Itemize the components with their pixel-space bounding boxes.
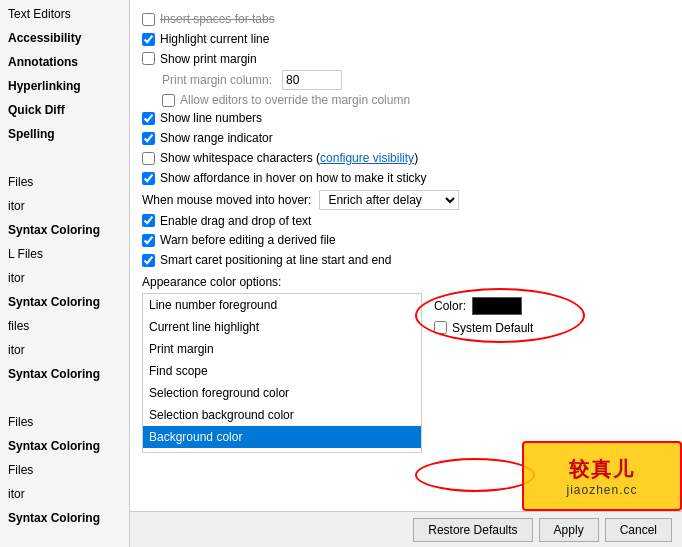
appearance-item-line-number[interactable]: Line number foreground (143, 294, 421, 316)
hover-select[interactable]: Enrich after delay Never Always Enrich i… (319, 190, 459, 210)
drag-drop-label: Enable drag and drop of text (160, 213, 311, 230)
warn-editing-checkbox[interactable] (142, 234, 155, 247)
drag-drop-checkbox[interactable] (142, 214, 155, 227)
sidebar-item-itor1[interactable]: itor (0, 194, 129, 218)
sidebar-item-syntax3[interactable]: Syntax Coloring (0, 362, 129, 386)
sidebar-item-annotations[interactable]: Annotations (0, 50, 129, 74)
print-margin-column-row: Print margin column: (142, 70, 670, 90)
sidebar-item-itor2[interactable]: itor (0, 266, 129, 290)
show-print-margin-row: Show print margin (142, 51, 670, 68)
sidebar: Text Editors Accessibility Annotations H… (0, 0, 130, 547)
system-default-label: System Default (452, 321, 533, 335)
apply-button[interactable]: Apply (539, 518, 599, 542)
insert-spaces-checkbox[interactable] (142, 13, 155, 26)
color-row: Color: (434, 297, 533, 315)
bottom-bar: Restore Defaults Apply Cancel (130, 511, 682, 547)
sidebar-item-blank2 (0, 386, 129, 410)
sidebar-item-syntax2[interactable]: Syntax Coloring (0, 290, 129, 314)
sidebar-item-quick-diff[interactable]: Quick Diff (0, 98, 129, 122)
sidebar-item-files2[interactable]: files (0, 314, 129, 338)
smart-caret-checkbox[interactable] (142, 254, 155, 267)
color-panel: Color: System Default (434, 293, 533, 453)
allow-editors-row: Allow editors to override the margin col… (162, 93, 670, 107)
appearance-item-foreground[interactable]: Foreground color (143, 448, 421, 453)
drag-drop-row: Enable drag and drop of text (142, 213, 670, 230)
appearance-item-current-line[interactable]: Current line highlight (143, 316, 421, 338)
warn-editing-row: Warn before editing a derived file (142, 232, 670, 249)
show-range-checkbox[interactable] (142, 132, 155, 145)
hover-label: When mouse moved into hover: (142, 193, 311, 207)
main-content: Insert spaces for tabs Highlight current… (130, 0, 682, 547)
show-range-label: Show range indicator (160, 130, 273, 147)
sidebar-item-syntax1[interactable]: Syntax Coloring (0, 218, 129, 242)
show-print-margin-label: Show print margin (160, 51, 257, 68)
print-margin-column-label: Print margin column: (162, 73, 272, 87)
appearance-item-selection-fg[interactable]: Selection foreground color (143, 382, 421, 404)
color-swatch[interactable] (472, 297, 522, 315)
sidebar-item-files3[interactable]: Files (0, 410, 129, 434)
show-print-margin-checkbox[interactable] (142, 52, 155, 65)
system-default-row: System Default (434, 321, 533, 335)
sidebar-item-spelling[interactable]: Spelling (0, 122, 129, 146)
annotation-circle-apply (415, 458, 535, 492)
appearance-list[interactable]: Line number foreground Current line high… (142, 293, 422, 453)
show-range-row: Show range indicator (142, 130, 670, 147)
allow-editors-label: Allow editors to override the margin col… (180, 93, 410, 107)
sidebar-item-hyperlinking[interactable]: Hyperlinking (0, 74, 129, 98)
show-line-numbers-row: Show line numbers (142, 110, 670, 127)
sidebar-item-text-editors[interactable]: Text Editors (0, 2, 129, 26)
sidebar-item-itor3[interactable]: itor (0, 338, 129, 362)
appearance-label: Appearance color options: (142, 275, 670, 289)
appearance-container: Line number foreground Current line high… (142, 293, 670, 453)
sidebar-item-syntax5[interactable]: Syntax Coloring (0, 506, 129, 530)
show-whitespace-label: Show whitespace characters (configure vi… (160, 150, 418, 167)
smart-caret-row: Smart caret positioning at line start an… (142, 252, 670, 269)
cancel-button[interactable]: Cancel (605, 518, 672, 542)
restore-defaults-button[interactable]: Restore Defaults (413, 518, 532, 542)
insert-spaces-row: Insert spaces for tabs (142, 11, 670, 28)
smart-caret-label: Smart caret positioning at line start an… (160, 252, 391, 269)
appearance-item-background[interactable]: Background color (143, 426, 421, 448)
watermark-cn-text: 较真儿 (569, 456, 635, 483)
print-margin-column-input[interactable] (282, 70, 342, 90)
sidebar-item-syntax4[interactable]: Syntax Coloring (0, 434, 129, 458)
appearance-item-print-margin[interactable]: Print margin (143, 338, 421, 360)
appearance-item-selection-bg[interactable]: Selection background color (143, 404, 421, 426)
warn-editing-label: Warn before editing a derived file (160, 232, 336, 249)
watermark-en-text: jiaozhen.cc (566, 483, 637, 497)
hover-row: When mouse moved into hover: Enrich afte… (142, 190, 670, 210)
show-affordance-row: Show affordance in hover on how to make … (142, 170, 670, 187)
color-label: Color: (434, 299, 466, 313)
highlight-line-checkbox[interactable] (142, 33, 155, 46)
show-whitespace-row: Show whitespace characters (configure vi… (142, 150, 670, 167)
highlight-line-row: Highlight current line (142, 31, 670, 48)
sidebar-item-files1[interactable]: Files (0, 170, 129, 194)
sidebar-item-itor4[interactable]: itor (0, 482, 129, 506)
system-default-checkbox[interactable] (434, 321, 447, 334)
show-line-numbers-checkbox[interactable] (142, 112, 155, 125)
sidebar-item-accessibility[interactable]: Accessibility (0, 26, 129, 50)
appearance-item-find-scope[interactable]: Find scope (143, 360, 421, 382)
configure-visibility-link[interactable]: configure visibility (320, 151, 414, 165)
sidebar-item-lfiles[interactable]: L Files (0, 242, 129, 266)
sidebar-item-files4[interactable]: Files (0, 458, 129, 482)
insert-spaces-label: Insert spaces for tabs (160, 11, 275, 28)
allow-editors-checkbox[interactable] (162, 94, 175, 107)
highlight-line-label: Highlight current line (160, 31, 269, 48)
show-affordance-checkbox[interactable] (142, 172, 155, 185)
sidebar-item-blank1 (0, 146, 129, 170)
show-line-numbers-label: Show line numbers (160, 110, 262, 127)
show-affordance-label: Show affordance in hover on how to make … (160, 170, 427, 187)
show-whitespace-checkbox[interactable] (142, 152, 155, 165)
